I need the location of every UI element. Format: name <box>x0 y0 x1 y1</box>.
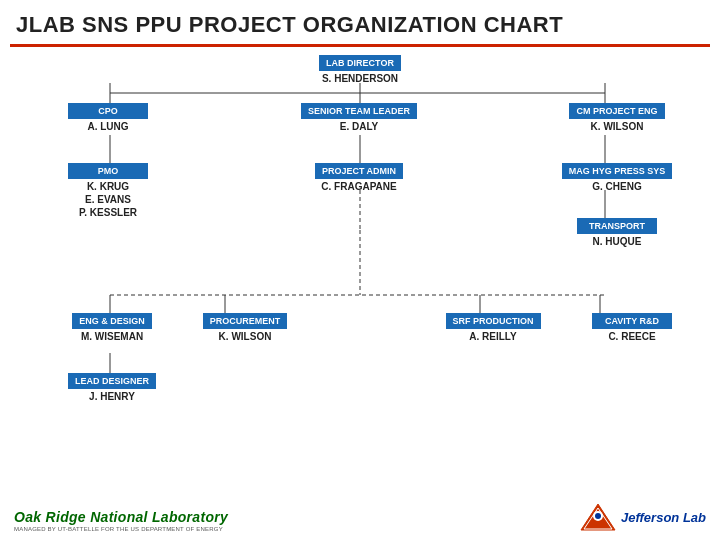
lab-director-label: LAB DIRECTOR <box>319 55 401 71</box>
pmo-name-3: P. KESSLER <box>79 207 137 218</box>
srf-production-box: SRF PRODUCTION A. REILLY <box>428 313 558 342</box>
lead-designer-box: LEAD DESIGNER J. HENRY <box>48 373 176 402</box>
ornl-sub: MANAGED BY UT-BATTELLE FOR THE US DEPART… <box>14 526 228 532</box>
cpo-name: A. LUNG <box>87 121 128 132</box>
procurement-label: PROCUREMENT <box>203 313 288 329</box>
footer: Oak Ridge National Laboratory MANAGED BY… <box>14 502 706 532</box>
project-admin-box: PROJECT ADMIN C. FRAGAPANE <box>280 163 438 192</box>
project-admin-label: PROJECT ADMIN <box>315 163 403 179</box>
procurement-name: K. WILSON <box>219 331 272 342</box>
pmo-label: PMO <box>68 163 148 179</box>
ornl-name: Oak Ridge National Laboratory <box>14 509 228 525</box>
senior-team-leader-name: E. DALY <box>340 121 379 132</box>
procurement-box: PROCUREMENT K. WILSON <box>185 313 305 342</box>
mag-hyg-name: G. CHENG <box>592 181 641 192</box>
pmo-name-1: K. KRUG <box>87 181 129 192</box>
cavity-rd-label: CAVITY R&D <box>592 313 672 329</box>
red-divider <box>10 44 710 47</box>
cm-project-eng-label: CM PROJECT ENG <box>569 103 664 119</box>
pmo-name-2: E. EVANS <box>85 194 131 205</box>
jlab-logo: Jefferson Lab <box>579 502 706 532</box>
org-chart: LAB DIRECTOR S. HENDERSON CPO A. LUNG SE… <box>10 55 710 465</box>
cm-project-eng-name: K. WILSON <box>591 121 644 132</box>
cpo-label: CPO <box>68 103 148 119</box>
mag-hyg-box: MAG HYG PRESS SYS G. CHENG <box>537 163 697 192</box>
transport-label: TRANSPORT <box>577 218 657 234</box>
senior-team-leader-box: SENIOR TEAM LEADER E. DALY <box>265 103 453 132</box>
mag-hyg-label: MAG HYG PRESS SYS <box>562 163 673 179</box>
lab-director-box: LAB DIRECTOR S. HENDERSON <box>275 55 445 84</box>
pmo-box: PMO K. KRUG E. EVANS P. KESSLER <box>48 163 168 218</box>
transport-box: TRANSPORT N. HUQUE <box>537 218 697 247</box>
cpo-box: CPO A. LUNG <box>48 103 168 132</box>
cavity-rd-name: C. REECE <box>608 331 655 342</box>
jlab-text: Jefferson Lab <box>621 510 706 525</box>
cavity-rd-box: CAVITY R&D C. REECE <box>568 313 696 342</box>
lab-director-name: S. HENDERSON <box>322 73 398 84</box>
jlab-icon <box>579 502 617 532</box>
srf-production-name: A. REILLY <box>469 331 516 342</box>
eng-design-name: M. WISEMAN <box>81 331 143 342</box>
cm-project-eng-box: CM PROJECT ENG K. WILSON <box>537 103 697 132</box>
eng-design-box: ENG & DESIGN M. WISEMAN <box>48 313 176 342</box>
transport-name: N. HUQUE <box>593 236 642 247</box>
ornl-logo: Oak Ridge National Laboratory MANAGED BY… <box>14 509 228 532</box>
lead-designer-label: LEAD DESIGNER <box>68 373 156 389</box>
eng-design-label: ENG & DESIGN <box>72 313 152 329</box>
page-title: JLAB SNS PPU PROJECT ORGANIZATION CHART <box>0 0 720 44</box>
srf-production-label: SRF PRODUCTION <box>446 313 541 329</box>
svg-point-20 <box>595 513 601 519</box>
lead-designer-name: J. HENRY <box>89 391 135 402</box>
senior-team-leader-label: SENIOR TEAM LEADER <box>301 103 417 119</box>
project-admin-name: C. FRAGAPANE <box>321 181 396 192</box>
